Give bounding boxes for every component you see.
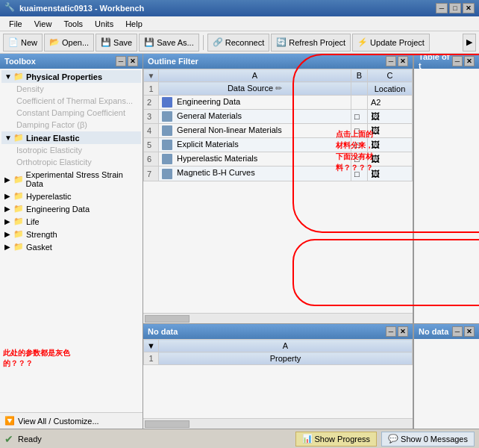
row-label: Engineering Data (159, 96, 351, 110)
row-label: General Non-linear Materials (159, 124, 351, 138)
minimize-button[interactable]: ─ (436, 3, 448, 13)
row-label: Hyperelastic Materials (159, 152, 351, 167)
tree-section-linear-header[interactable]: ▼ 📁 Linear Elastic (1, 131, 141, 144)
row-num: 3 (144, 110, 159, 124)
menu-bar: File View Tools Units Help (0, 16, 479, 31)
extra-button[interactable]: ▶ (463, 34, 476, 52)
outline-th-c: C (368, 69, 413, 82)
tree-item-experimental[interactable]: ▶ 📁 Experimental Stress Strain Data (1, 169, 141, 190)
no-data-2-close-button[interactable]: ✕ (464, 326, 475, 337)
toolbox-pin-button[interactable]: ─ (116, 56, 126, 66)
show-messages-button[interactable]: 💬 Show 0 Messages (381, 432, 475, 447)
no-data-2-pin-button[interactable]: ─ (452, 326, 463, 337)
section-label: Physical Properties (26, 72, 102, 81)
outline-controls: ─ ✕ (386, 56, 408, 66)
item-label: Isotropic Elasticity (16, 146, 82, 155)
h-scrollbar[interactable] (143, 313, 413, 323)
row-b[interactable] (351, 96, 368, 110)
tree-item-hyperelastic[interactable]: ▶ 📁 Hyperelastic (1, 190, 141, 202)
new-button[interactable]: 📄 New (3, 34, 43, 52)
no-data-scroll-thumb[interactable] (145, 420, 190, 428)
item-label: Damping Factor (β) (16, 120, 87, 129)
material-icon (162, 97, 172, 108)
outline-table: ▼ A B C 1 Data Source ✏ (143, 69, 413, 181)
toolbar: 📄 New 📂 Open... 💾 Save 💾 Save As... 🔗 Re… (0, 31, 479, 54)
col-b-header (351, 82, 368, 96)
reconnect-icon: 🔗 (213, 37, 223, 47)
row-num: 4 (144, 124, 159, 138)
no-data-th-a: A (159, 340, 413, 352)
outline-row[interactable]: 7 Magnetic B-H Curves □ 🖼 (144, 167, 413, 181)
tree-item-gasket[interactable]: ▶ 📁 Gasket (1, 240, 141, 253)
tree-item-plasticity[interactable]: ▶ 📁 Engineering Data (1, 202, 141, 215)
item-label: Experimental Stress Strain Data (26, 170, 138, 188)
outline-body: 2 Engineering Data A2 3 General Material… (144, 96, 413, 181)
tree-item-strength[interactable]: ▶ 📁 Strength (1, 228, 141, 240)
new-icon: 📄 (8, 37, 19, 47)
outline-row[interactable]: 2 Engineering Data A2 (144, 96, 413, 110)
tree-section-physical-header[interactable]: ▼ 📁 Physical Properties (1, 70, 141, 83)
row-b[interactable]: □ (351, 167, 368, 181)
maximize-button[interactable]: □ (449, 3, 461, 13)
outline-header: Outline Filter ─ ✕ (143, 54, 413, 69)
outline-row[interactable]: 6 Hyperelastic Materials □ 🖼 (144, 152, 413, 167)
tree-item-damping-factor[interactable]: Damping Factor (β) (13, 119, 141, 131)
toolbox-footer[interactable]: 🔽 View All / Customize... (0, 412, 143, 429)
row-b[interactable]: □ (351, 138, 368, 152)
table-close-button[interactable]: ✕ (464, 56, 475, 66)
toggle-icon: ▶ (4, 230, 12, 238)
menu-file[interactable]: File (3, 18, 28, 30)
row-b[interactable]: □ (351, 110, 368, 124)
update-button[interactable]: ⚡ Update Project (352, 34, 430, 52)
app-icon: 🔧 (4, 2, 16, 14)
h-scrollbar-thumb[interactable] (145, 315, 190, 323)
outline-panel: Outline Filter ─ ✕ ▼ A B C (143, 54, 413, 323)
outline-pin-button[interactable]: ─ (386, 56, 396, 66)
outline-row[interactable]: 4 General Non-linear Materials □ 🖼 (144, 124, 413, 138)
row-b[interactable]: □ (351, 124, 368, 138)
reconnect-button[interactable]: 🔗 Reconnect (207, 34, 270, 52)
refresh-button[interactable]: 🔄 Refresh Project (271, 34, 351, 52)
tree-item-life[interactable]: ▶ 📁 Life (1, 215, 141, 228)
menu-tools[interactable]: Tools (57, 18, 89, 30)
bottom-row: No data ─ ✕ ▼ A 1 (143, 324, 479, 429)
open-icon: 📂 (49, 37, 60, 47)
tree-item-damping-coeff[interactable]: Constant Damping Coefficient (13, 107, 141, 119)
no-data-h-scroll[interactable] (143, 418, 413, 429)
no-data-table-container: ▼ A 1 Property (143, 339, 413, 418)
menu-help[interactable]: Help (119, 18, 148, 30)
item-label: Strength (26, 230, 57, 239)
outline-close-button[interactable]: ✕ (398, 56, 408, 66)
open-button[interactable]: 📂 Open... (44, 34, 94, 52)
toolbox-close-button[interactable]: ✕ (128, 56, 138, 66)
filter-icon: 🔽 (4, 416, 15, 426)
no-data-close-button[interactable]: ✕ (398, 326, 408, 337)
save-button[interactable]: 💾 Save (96, 34, 137, 52)
row-c: A2 (368, 96, 413, 110)
outline-col-header: ▼ A B C (144, 69, 413, 82)
table-pin-button[interactable]: ─ (452, 56, 463, 66)
close-button[interactable]: ✕ (463, 3, 475, 13)
toolbox-controls: ─ ✕ (116, 56, 138, 66)
menu-view[interactable]: View (28, 18, 58, 30)
no-data-pin-button[interactable]: ─ (386, 326, 396, 337)
save-icon: 💾 (101, 37, 111, 47)
outline-row[interactable]: 5 Explicit Materials □ 🖼 (144, 138, 413, 152)
tree-item-density[interactable]: Density (13, 83, 141, 95)
item-label: Life (26, 217, 40, 226)
save-as-button[interactable]: 💾 Save As... (139, 34, 199, 52)
show-progress-button[interactable]: 📊 Show Progress (295, 432, 378, 447)
outline-row[interactable]: 3 General Materials □ 🖼 (144, 110, 413, 124)
no-data-controls: ─ ✕ (386, 326, 408, 337)
tree-item-isotropic[interactable]: Isotropic Elasticity (13, 144, 141, 156)
folder-icon: 📁 (13, 204, 24, 214)
folder-icon: 📁 (13, 191, 24, 201)
table-panel: Table of t ─ ✕ (413, 54, 479, 323)
menu-units[interactable]: Units (89, 18, 119, 30)
row-b[interactable]: □ (351, 152, 368, 167)
folder-icon: 📁 (13, 72, 24, 81)
toolbox-title: Toolbox (4, 57, 36, 66)
row-c: 🖼 (368, 138, 413, 152)
tree-item-thermal[interactable]: Coefficient of Thermal Expans... (13, 95, 141, 107)
tree-item-orthotropic[interactable]: Orthotropic Elasticity (13, 156, 141, 168)
